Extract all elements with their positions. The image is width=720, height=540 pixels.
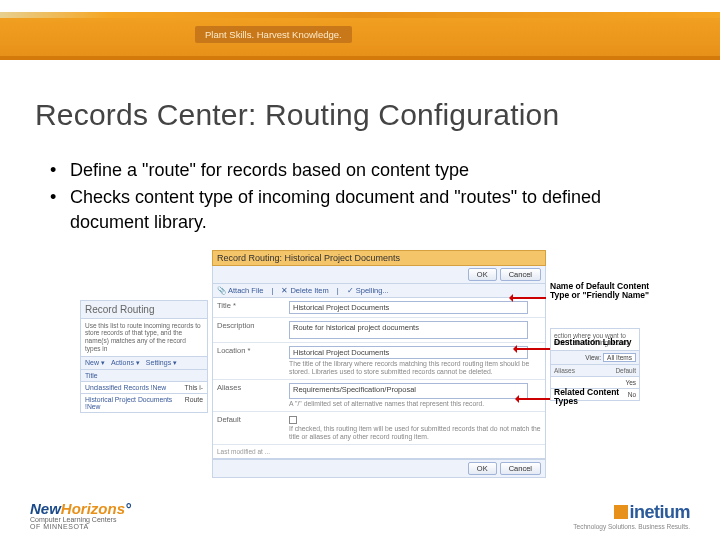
aliases-hint: A "/" delimited set of alternative names… [289,400,541,408]
cancel-button[interactable]: Cancel [500,462,541,475]
form-footer-text: Last modified at ... [213,445,545,458]
new-horizons-logo: NewHorizons° Computer Learning Centers O… [30,501,131,530]
aliases-input[interactable]: Requirements/Specification/Proposal [289,383,528,399]
settings-menu[interactable]: Settings ▾ [146,359,177,367]
slide-title: Records Center: Routing Configuration [0,60,720,142]
delete-item-link[interactable]: ✕ Delete Item [281,286,328,295]
annotation-arrow [514,348,550,350]
form-command-bar: 📎 Attach File | ✕ Delete Item | ✓ Spelli… [212,284,546,298]
inetium-logo: inetium Technology Solutions. Business R… [573,502,690,530]
cancel-button[interactable]: Cancel [500,268,541,281]
title-label: Title * [213,298,285,317]
slide-footer: NewHorizons° Computer Learning Centers O… [0,501,720,530]
actions-menu[interactable]: Actions ▾ [111,359,140,367]
right-header: Aliases Default [550,365,640,377]
col-title: Title [85,372,203,379]
description-input[interactable]: Route for historical project documents [289,321,528,339]
form-top-buttons: OK Cancel [212,266,546,284]
location-hint: The title of the library where records m… [289,360,541,376]
view-selector[interactable]: View: All Items [550,351,640,365]
left-panel-description: Use this list to route incoming records … [80,319,208,357]
annotation-content-type: Name of Default Content Type or "Friendl… [550,282,650,301]
annotation-arrow [516,398,550,400]
annotation-related-types: Related Content Types [554,388,644,407]
left-panel: Record Routing Use this list to route in… [80,300,208,413]
default-hint: If checked, this routing item will be us… [289,425,541,441]
title-input[interactable]: Historical Project Documents [289,301,528,314]
list-item[interactable]: Unclassified Records !New This i- [80,382,208,394]
annotation-destination-library: Destination Library [554,338,634,347]
description-label: Description [213,318,285,342]
left-panel-title: Record Routing [80,300,208,319]
list-item[interactable]: Historical Project Documents !New Route [80,394,208,413]
ok-button[interactable]: OK [468,268,497,281]
location-input[interactable]: Historical Project Documents [289,346,528,359]
annotation-arrow [510,297,546,299]
left-panel-header: Title [80,370,208,382]
form-bottom-buttons: OK Cancel [212,459,546,478]
bullet-item: Checks content type of incoming document… [50,185,685,235]
ok-button[interactable]: OK [468,462,497,475]
new-menu[interactable]: New ▾ [85,359,105,367]
aliases-label: Aliases [213,380,285,411]
banner-tagline: Plant Skills. Harvest Knowledge. [195,26,352,43]
embedded-screenshot: Record Routing Use this list to route in… [80,250,640,495]
attach-file-link[interactable]: 📎 Attach File [217,286,263,295]
top-banner: Plant Skills. Harvest Knowledge. [0,0,720,60]
routing-form: Record Routing: Historical Project Docum… [212,250,546,479]
form-header: Record Routing: Historical Project Docum… [212,250,546,266]
default-checkbox[interactable] [289,416,297,424]
left-panel-toolbar: New ▾ Actions ▾ Settings ▾ [80,357,208,370]
spelling-link[interactable]: ✓ Spelling... [347,286,389,295]
bullet-item: Define a "route" for records based on co… [50,158,685,183]
location-label: Location * [213,343,285,379]
bullet-list: Define a "route" for records based on co… [0,142,720,244]
default-label: Default [213,412,285,444]
